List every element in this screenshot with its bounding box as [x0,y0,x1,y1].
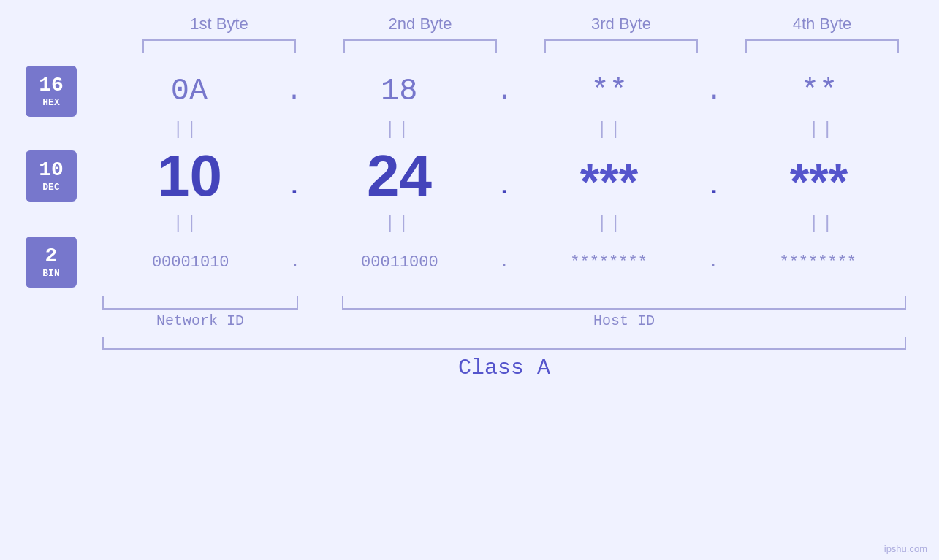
bin-dot3: . [709,253,718,272]
watermark: ipshu.com [884,543,927,554]
hex-badge-spacer: 16 HEX [0,66,102,117]
id-bracket-row [102,296,906,310]
hex-dot3: . [707,77,723,107]
eq1-byte4: || [745,120,899,139]
hex-byte4-cell: ** [742,74,896,109]
byte4-header: 4th Byte [745,15,899,34]
byte2-header: 2nd Byte [343,15,497,34]
host-id-label: Host ID [342,312,906,329]
eq2-b3: || [533,214,687,234]
bracket-byte1 [142,39,296,53]
eq2-byte3: || [533,214,687,234]
dec-row: 10 DEC 10 . 24 . *** . *** [0,142,939,210]
network-bracket [102,296,298,310]
eq2-byte1: || [110,214,263,234]
hex-row: 16 HEX 0A . 18 . ** . ** [0,66,939,117]
header-row: 1st Byte 2nd Byte 3rd Byte 4th Byte [119,15,923,34]
host-bracket [342,296,906,310]
eq2-b2: || [322,214,475,234]
hex-byte1-cell: 0A [113,74,266,109]
bin-badge-spacer: 2 BIN [0,237,102,288]
dec-values: 10 . 24 . *** . *** [102,142,906,210]
hex-byte3-cell: ** [533,74,686,109]
bin-dot2: . [499,253,509,272]
hex-byte4: ** [801,74,837,109]
bin-byte1: 00001010 [152,253,229,272]
bin-byte4-cell: ******** [741,253,894,272]
eq1-byte2: || [322,120,475,139]
bin-row: 2 BIN 00001010 . 00011000 . ******** . *… [0,237,939,288]
dec-byte2-cell: 24 [322,142,476,210]
bottom-labels-section: Network ID Host ID Class A [0,296,939,380]
bin-byte2: 00011000 [361,253,438,272]
dec-badge-number: 10 [39,159,64,182]
hex-badge-number: 16 [39,74,64,97]
dec-byte4-cell: *** [742,153,896,210]
bin-byte3: ******** [570,253,647,272]
equals-2-inner: || || || || [102,214,906,234]
eq1-byte1: || [110,120,263,139]
hex-byte1: 0A [171,74,208,109]
dec-byte2: 24 [367,142,432,210]
dec-byte4: *** [790,153,848,210]
dec-byte3-cell: *** [532,153,685,210]
network-id-label: Network ID [102,312,298,329]
dec-dot3: . [707,174,721,201]
top-bracket-row [119,39,923,53]
dec-badge-label: DEC [42,182,59,193]
dec-dot1: . [287,174,301,201]
bin-dot1: . [290,253,300,272]
eq1-b4: || [745,120,899,139]
dec-dot2: . [497,174,511,201]
byte3-header: 3rd Byte [544,15,698,34]
bracket-byte4 [745,39,899,53]
eq2-byte4: || [745,214,899,234]
eq1-byte3: || [533,120,687,139]
equals-1-inner: || || || || [102,120,906,139]
label-gap [298,312,342,329]
class-label: Class A [102,356,906,380]
dec-badge-spacer: 10 DEC [0,150,102,202]
main-container: 1st Byte 2nd Byte 3rd Byte 4th Byte 16 H… [0,0,939,560]
bin-values: 00001010 . 00011000 . ******** . *******… [102,253,906,272]
byte1-header: 1st Byte [142,15,296,34]
class-bracket [102,337,906,350]
hex-badge: 16 HEX [26,66,77,117]
bin-byte2-cell: 00011000 [323,253,476,272]
bin-badge: 2 BIN [26,237,77,288]
equals-row-1: || || || || [0,120,939,139]
eq2-b4: || [745,214,899,234]
hex-byte2-cell: 18 [322,74,476,109]
hex-values: 0A . 18 . ** . ** [102,74,906,109]
hex-badge-label: HEX [42,97,59,108]
dec-byte3: *** [580,153,638,210]
dec-byte1-cell: 10 [113,142,266,210]
bracket-byte2 [343,39,497,53]
equals-row-2: || || || || [0,214,939,234]
eq1-b3: || [533,120,687,139]
hex-dot2: . [496,77,512,107]
dec-badge: 10 DEC [26,150,77,202]
eq2-byte2: || [322,214,475,234]
bin-badge-label: BIN [42,268,59,279]
hex-dot1: . [286,77,303,107]
bracket-byte3 [544,39,698,53]
bracket-gap [298,296,342,310]
bin-byte1-cell: 00001010 [114,253,267,272]
eq2-b1: || [110,214,263,234]
hex-byte3: ** [590,74,627,109]
bin-byte4: ******** [779,253,856,272]
bin-badge-number: 2 [45,245,58,268]
bin-byte3-cell: ******** [532,253,685,272]
eq1-b1: || [110,120,263,139]
dec-byte1: 10 [157,142,222,210]
class-bracket-line [102,337,906,350]
hex-byte2: 18 [381,74,417,109]
eq1-b2: || [322,120,475,139]
id-label-row: Network ID Host ID [102,312,906,329]
